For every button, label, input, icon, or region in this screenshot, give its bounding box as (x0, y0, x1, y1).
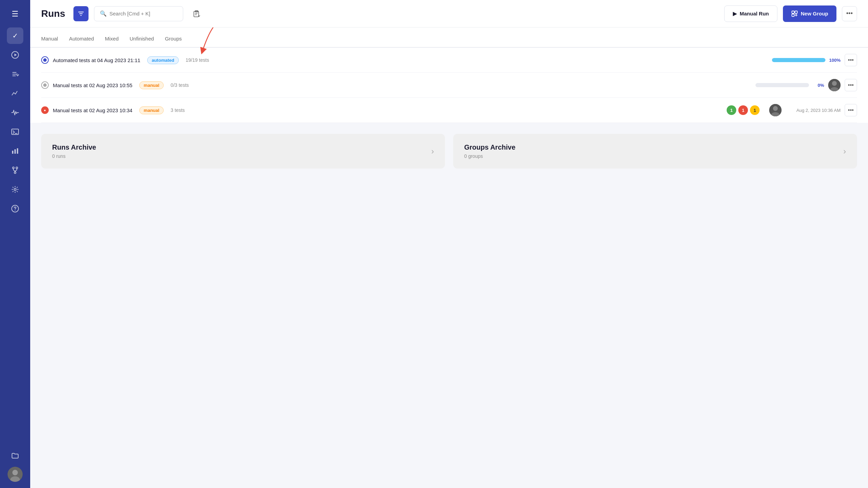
sidebar-icon-play[interactable] (7, 47, 23, 63)
new-group-label: New Group (801, 11, 828, 16)
run-badge-manual: manual (139, 106, 164, 114)
groups-archive-text: Groups Archive 0 groups (464, 143, 843, 159)
svg-point-7 (13, 167, 14, 169)
svg-rect-20 (795, 11, 797, 13)
groups-archive-card[interactable]: Groups Archive 0 groups › (453, 134, 857, 169)
run-name[interactable]: Manual tests at 02 Aug 2023 10:34 (53, 107, 132, 113)
play-icon: ▶ (733, 11, 737, 17)
search-icon: 🔍 (100, 10, 107, 17)
search-box[interactable]: 🔍 (94, 6, 183, 21)
run-status-stopped-icon (41, 106, 49, 114)
hamburger-icon[interactable]: ☰ (8, 6, 22, 22)
progress-bar-bg (772, 58, 825, 62)
run-item: Manual tests at 02 Aug 2023 10:34 manual… (41, 98, 857, 123)
progress-bar-bg (755, 83, 809, 87)
sidebar-icon-chart-line[interactable] (7, 85, 23, 102)
svg-point-13 (15, 210, 15, 211)
runs-archive-title: Runs Archive (52, 143, 431, 151)
run-progress: 0% (755, 83, 824, 88)
svg-rect-21 (792, 14, 794, 16)
manual-run-button[interactable]: ▶ Manual Run (724, 5, 777, 22)
svg-rect-19 (792, 11, 794, 13)
filter-button[interactable] (73, 6, 89, 21)
more-options-button[interactable]: ••• (842, 6, 857, 21)
run-badge-manual: manual (139, 81, 164, 89)
groups-archive-subtitle: 0 groups (464, 153, 843, 159)
clipboard-button[interactable] (189, 6, 204, 21)
main-area: Runs 🔍 ▶ Manual Run (30, 0, 868, 488)
run-status-paused-icon (41, 81, 49, 89)
sidebar-icon-settings[interactable] (7, 181, 23, 198)
page-title: Runs (41, 8, 65, 19)
content-area: Manual Automated Mixed Unfinished Groups (30, 27, 868, 488)
runs-archive-card[interactable]: Runs Archive 0 runs › (41, 134, 445, 169)
tab-mixed[interactable]: Mixed (105, 36, 119, 48)
tab-unfinished[interactable]: Unfinished (130, 36, 154, 48)
header: Runs 🔍 ▶ Manual Run (30, 0, 868, 27)
chevron-right-icon: › (431, 147, 434, 156)
run-badge-automated: automated (147, 56, 179, 64)
sidebar-icon-help[interactable] (7, 200, 23, 217)
svg-point-26 (773, 106, 778, 111)
tab-manual[interactable]: Manual (41, 36, 58, 48)
sidebar-icon-tasks[interactable] (7, 66, 23, 82)
svg-point-8 (16, 167, 18, 169)
user-avatar[interactable] (8, 467, 23, 482)
manual-run-label: Manual Run (740, 11, 769, 16)
tab-automated[interactable]: Automated (69, 36, 94, 48)
groups-archive-title: Groups Archive (464, 143, 843, 151)
sidebar-icon-pulse[interactable] (7, 104, 23, 121)
sidebar-icon-fork[interactable] (7, 162, 23, 178)
svg-point-11 (14, 188, 16, 190)
run-item: Automated tests at 04 Aug 2023 21:11 aut… (41, 48, 857, 73)
runs-archive-subtitle: 0 runs (52, 153, 431, 159)
svg-rect-6 (17, 148, 18, 154)
run-tests-count: 3 tests (171, 107, 185, 113)
status-dot-red: 1 (738, 105, 748, 115)
progress-label: 0% (812, 83, 824, 88)
tab-groups[interactable]: Groups (165, 36, 182, 48)
svg-rect-5 (14, 149, 16, 154)
run-more-button[interactable]: ••• (845, 79, 857, 91)
chevron-right-icon: › (843, 147, 846, 156)
run-item: Manual tests at 02 Aug 2023 10:55 manual… (41, 73, 857, 98)
sidebar: ☰ ✓ (0, 0, 30, 488)
run-avatar (769, 104, 782, 116)
sidebar-icon-bar-chart[interactable] (7, 143, 23, 159)
new-group-button[interactable]: New Group (783, 5, 836, 22)
svg-marker-1 (14, 54, 17, 56)
svg-point-23 (832, 81, 837, 86)
run-more-button[interactable]: ••• (845, 104, 857, 116)
run-name[interactable]: Automated tests at 04 Aug 2023 21:11 (53, 57, 140, 63)
sidebar-icon-folder[interactable] (7, 448, 23, 464)
run-date: Aug 2, 2023 10:36 AM (786, 108, 841, 113)
sidebar-icon-check[interactable]: ✓ (7, 27, 23, 44)
status-dot-yellow: 1 (750, 105, 760, 115)
sidebar-icon-terminal[interactable] (7, 124, 23, 140)
runs-list: Automated tests at 04 Aug 2023 21:11 aut… (30, 48, 868, 123)
run-progress: 100% (772, 58, 841, 63)
svg-rect-4 (12, 151, 13, 154)
run-avatar (828, 79, 841, 91)
run-more-button[interactable]: ••• (845, 54, 857, 66)
archive-section: Runs Archive 0 runs › Groups Archive 0 g… (41, 134, 857, 169)
runs-archive-text: Runs Archive 0 runs (52, 143, 431, 159)
run-status-running-icon (41, 56, 49, 64)
run-tests-count: 0/3 tests (171, 82, 189, 88)
svg-point-15 (12, 470, 18, 475)
status-dot-green: 1 (727, 105, 736, 115)
progress-bar-fill (772, 58, 825, 62)
svg-point-9 (14, 172, 16, 174)
tabs-bar: Manual Automated Mixed Unfinished Groups (30, 27, 868, 48)
run-name[interactable]: Manual tests at 02 Aug 2023 10:55 (53, 82, 132, 88)
progress-label: 100% (828, 58, 841, 63)
search-input[interactable] (109, 11, 177, 16)
run-tests-count: 19/19 tests (186, 57, 209, 63)
status-dots: 1 1 1 (727, 105, 760, 115)
